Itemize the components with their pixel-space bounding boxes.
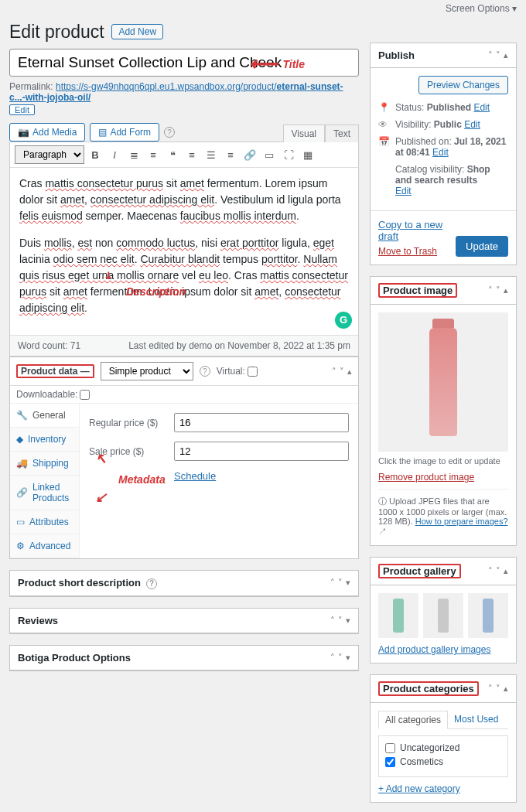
tab-linked-products[interactable]: 🔗Linked Products [10,476,79,510]
schedule-link[interactable]: Schedule [174,470,216,482]
remove-image-link[interactable]: Remove product image [378,472,474,483]
chevron-down-icon[interactable]: ˅ [338,653,343,663]
sale-price-input[interactable] [174,442,349,461]
caret-up-icon[interactable]: ▴ [504,684,508,694]
italic-icon[interactable]: I [106,146,123,163]
chevron-up-icon[interactable]: ˄ [488,684,493,694]
add-category-link[interactable]: + Add new category [378,783,460,794]
tab-all-categories[interactable]: All categories [378,711,448,729]
more-icon[interactable]: ▭ [261,146,278,163]
wrench-icon: 🔧 [16,410,28,421]
caret-down-icon[interactable]: ▾ [346,578,350,588]
align-right-icon[interactable]: ≡ [222,146,239,163]
attributes-icon: ▭ [16,517,25,527]
tab-attributes[interactable]: ▭Attributes [10,510,79,534]
product-type-select[interactable]: Simple product [101,362,193,380]
virtual-checkbox[interactable]: Virtual: [217,366,258,377]
gallery-thumb[interactable] [468,593,508,638]
chevron-down-icon[interactable]: ˅ [496,684,500,694]
chevron-up-icon[interactable]: ˄ [488,50,493,60]
grammarly-icon[interactable]: G [335,312,352,329]
gallery-thumb[interactable] [378,593,418,638]
tab-general[interactable]: 🔧General [10,404,79,428]
arrow-icon: ↖ [95,450,107,467]
regular-price-label: Regular price ($) [89,418,166,428]
product-image-title: Product image [378,283,457,298]
tab-text[interactable]: Text [325,125,359,142]
align-left-icon[interactable]: ≡ [183,146,200,163]
preview-changes-button[interactable]: Preview Changes [418,76,508,94]
product-gallery-title: Product gallery [378,564,461,578]
format-select[interactable]: Paragraph [15,145,84,164]
camera-icon: 📷 [18,127,29,138]
link-icon[interactable]: 🔗 [241,146,258,163]
downloadable-checkbox[interactable]: Downloadable: [16,389,90,400]
chevron-down-icon[interactable]: ˅ [338,616,343,626]
last-edited: Last edited by demo on November 8, 2022 … [128,340,350,351]
tab-visual[interactable]: Visual [283,125,325,142]
caret-up-icon[interactable]: ▴ [504,566,508,576]
add-gallery-link[interactable]: Add product gallery images [378,644,490,655]
annotation-title: ⟵ Title [249,52,305,76]
help-icon[interactable]: ? [146,578,157,589]
caret-up-icon[interactable]: ▴ [504,285,508,295]
fullscreen-icon[interactable]: ⛶ [280,146,297,163]
category-cosmetics[interactable]: Cosmetics [385,756,501,767]
eye-icon: 👁 [378,119,389,130]
chevron-down-icon[interactable]: ˅ [340,367,344,377]
align-center-icon[interactable]: ☰ [203,146,220,163]
update-button[interactable]: Update [456,236,508,257]
move-trash-link[interactable]: Move to Trash [378,246,437,257]
edit-catalog-link[interactable]: Edit [395,186,412,196]
chevron-up-icon[interactable]: ˄ [488,285,493,295]
numbered-list-icon[interactable]: ≡ [145,146,162,163]
help-icon[interactable]: ? [164,127,175,138]
editor-toolbar: Paragraph B I ≣ ≡ ❝ ≡ ☰ ≡ 🔗 ▭ ⛶ ▦ [10,142,358,168]
caret-up-icon[interactable]: ▴ [504,50,508,60]
chevron-up-icon[interactable]: ˄ [488,566,493,576]
caret-up-icon[interactable]: ▴ [347,367,352,377]
category-uncategorized[interactable]: Uncategorized [385,742,501,753]
tab-advanced[interactable]: ⚙Advanced [10,534,79,558]
quote-icon[interactable]: ❝ [164,146,181,163]
content-editor[interactable]: Cras mattis consectetur purus sit amet f… [10,168,358,335]
edit-slug-button[interactable]: Edit [9,104,35,115]
bullet-list-icon[interactable]: ≣ [125,146,142,163]
toolbar-toggle-icon[interactable]: ▦ [299,146,316,163]
reviews-title: Reviews [18,615,58,626]
inventory-icon: ◆ [16,434,23,445]
edit-status-link[interactable]: Edit [473,102,490,113]
tab-inventory[interactable]: ◆Inventory [10,428,79,452]
permalink-link[interactable]: https://s-gw49nhqqn6qpl.eu1.wpsandbox.or… [9,81,343,103]
tab-shipping[interactable]: 🚚Shipping [10,452,79,476]
publish-title: Publish [378,49,415,61]
chevron-up-icon[interactable]: ˄ [332,367,336,377]
chevron-up-icon[interactable]: ˄ [330,578,335,588]
chevron-down-icon[interactable]: ˅ [338,578,343,588]
tab-most-used[interactable]: Most Used [448,711,504,728]
add-media-button[interactable]: 📷 Add Media [9,123,85,142]
chevron-down-icon[interactable]: ˅ [496,50,500,60]
product-title-input[interactable] [9,49,359,77]
permalink-row: Permalink: https://s-gw49nhqqn6qpl.eu1.w… [9,77,359,118]
help-icon[interactable]: ? [200,366,210,377]
regular-price-input[interactable] [174,413,349,432]
add-new-button[interactable]: Add New [111,24,163,39]
page-title: Edit product [9,22,104,43]
screen-options-toggle[interactable]: Screen Options ▾ [446,3,517,14]
edit-visibility-link[interactable]: Edit [464,119,480,130]
gallery-thumb[interactable] [423,593,463,638]
chevron-up-icon[interactable]: ˄ [330,616,335,626]
copy-draft-link[interactable]: Copy to a new draft [378,219,456,242]
chevron-up-icon[interactable]: ˄ [330,653,335,663]
product-image[interactable] [378,312,508,452]
chevron-down-icon[interactable]: ˅ [496,566,500,576]
chevron-down-icon[interactable]: ˅ [496,285,500,295]
bold-icon[interactable]: B [87,146,104,163]
caret-down-icon[interactable]: ▾ [346,616,350,626]
add-form-button[interactable]: ▤ Add Form [90,123,159,142]
how-to-link[interactable]: How to prepare images? [415,517,508,526]
edit-date-link[interactable]: Edit [432,147,449,158]
product-data-title: Product data — [16,364,94,378]
caret-down-icon[interactable]: ▾ [346,653,350,663]
